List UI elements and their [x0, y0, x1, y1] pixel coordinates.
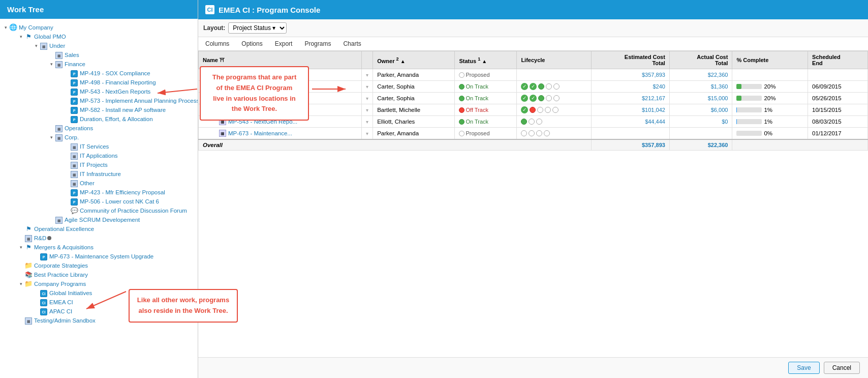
- col-act-cost: Actual CostTotal: [669, 51, 732, 69]
- tree-row-mp673[interactable]: ▾ P MP-673 - Maintenance System Upgrade: [18, 252, 153, 261]
- tree-row-my-company[interactable]: ▾ 🌐 My Company: [2, 23, 53, 32]
- row-dropdown-arrow[interactable]: ▾: [366, 119, 368, 125]
- tree-icon-best-practice: 📚: [24, 271, 33, 279]
- tree-row-other[interactable]: ▾ ▦ Other: [35, 179, 95, 188]
- tree-row-it-projects[interactable]: ▾ ▦ IT Projects: [35, 160, 108, 169]
- tree-children-mergers: ▾ P MP-673 - Maintenance System Upgrade: [10, 252, 153, 261]
- tree-row-mp423[interactable]: ▾ P MP-423 - Mfr Efficiency Proposal: [35, 188, 165, 197]
- row-name-link[interactable]: MP-419 - SOX Compliar...: [228, 83, 296, 90]
- act-cost-cell: $0: [669, 116, 732, 128]
- row-name-link[interactable]: MP-673 - Maintenance...: [228, 130, 292, 136]
- pct-cell: 1%: [732, 104, 808, 116]
- lifecycle-dots: ✓: [521, 106, 587, 113]
- tree-children-my-company: ▾ ⚑ Global PMO ▾ ▦ Under ▾ ▦ Sales ▾ ▦ F…: [2, 32, 198, 325]
- row-dropdown-arrow[interactable]: ▾: [366, 72, 368, 78]
- tree-icon-mp506: P: [70, 197, 78, 206]
- tree-row-under[interactable]: ▾ ▦ Under: [18, 41, 65, 50]
- row-name-link[interactable]: MP-543 - NextGen Repo...: [228, 119, 297, 125]
- work-tree-content[interactable]: ▾ 🌐 My Company ▾ ⚑ Global PMO ▾ ▦ Under …: [0, 19, 198, 378]
- row-dropdown-arrow[interactable]: ▾: [366, 131, 368, 136]
- table-container: Name ⛩ Owner 2 ▲ Status 1 ▲ Lifecycle Es…: [198, 51, 868, 357]
- pct-value: 0%: [764, 130, 772, 136]
- tree-label-finance: Finance: [65, 61, 85, 67]
- dropdown-cell: ▾: [362, 104, 373, 116]
- tree-children-global-pmo: ▾ ▦ Under ▾ ▦ Sales ▾ ▦ Finance ▾ P MP-4…: [10, 41, 198, 224]
- name-cell: ▦ MP-419 - SOX Compliar...: [199, 81, 362, 93]
- tree-row-testing[interactable]: ▾ ▦ Testing/Admin Sandbox: [10, 316, 96, 325]
- tree-icon-global-pmo: ⚑: [24, 33, 33, 41]
- tree-row-duration[interactable]: ▾ P Duration, Effort, & Allocation: [35, 114, 153, 124]
- tree-row-operations[interactable]: ▾ ▦ Operations: [26, 124, 93, 133]
- table-row: ▦ MP-423 - Mfr Efficiency... ▾ Carter, S…: [199, 93, 868, 104]
- tree-row-sales[interactable]: ▾ ▦ Sales: [26, 50, 79, 60]
- tree-row-mp506[interactable]: ▾ P MP-506 - Lower cost NK Cat 6: [35, 197, 159, 206]
- lc-dot-empty: [545, 107, 551, 113]
- status-text: Off Track: [466, 107, 488, 113]
- tree-row-community[interactable]: ▾ 💬 Community of Practice Discussion For…: [35, 206, 187, 215]
- tree-row-agile[interactable]: ▾ ▦ Agile SCRUM Developement: [26, 215, 140, 224]
- lifecycle-cell: [517, 128, 592, 140]
- tree-label-testing: Testing/Admin Sandbox: [34, 317, 96, 324]
- overall-label: Overall: [199, 139, 592, 151]
- ci-icon: CI: [205, 5, 214, 14]
- tree-node: ▾ 🌐 My Company ▾ ⚑ Global PMO ▾ ▦ Under …: [2, 23, 196, 325]
- tree-node: ▾ ▦ IT Services: [35, 142, 187, 151]
- tree-node: ▾ ⚑ Global PMO ▾ ▦ Under ▾ ▦ Sales ▾ ▦ F…: [10, 32, 198, 224]
- pct-bar-fill: [736, 96, 741, 101]
- tree-row-emea-ci[interactable]: ▾ CI EMEA CI: [18, 298, 73, 307]
- tree-row-best-practice[interactable]: ▾ 📚 Best Practice Library: [10, 270, 88, 279]
- tree-row-finance[interactable]: ▾ ▦ Finance: [26, 60, 85, 69]
- tree-row-it-apps[interactable]: ▾ ▦ IT Applications: [35, 151, 118, 160]
- est-cost-cell: $240: [592, 81, 669, 93]
- tree-row-mp582[interactable]: ▾ P MP-582 - Install new AP software: [35, 105, 166, 114]
- tree-row-global-pmo[interactable]: ▾ ⚑ Global PMO: [10, 32, 66, 41]
- tree-row-mp498[interactable]: ▾ P MP-498 - Financial Reporting: [35, 78, 156, 87]
- tree-row-apac-ci[interactable]: ▾ CI APAC CI: [18, 307, 72, 316]
- work-tree-title: Work Tree: [7, 5, 44, 14]
- grid-icon-sm: ▦: [219, 95, 226, 102]
- tree-icon-other: ▦: [70, 179, 78, 187]
- tree-row-mp419[interactable]: ▾ P MP-419 - SOX Compliance: [35, 69, 150, 78]
- expand-btn[interactable]: ▾: [209, 72, 214, 77]
- program-icon-sm: CI: [217, 71, 224, 78]
- menu-programs[interactable]: Programs: [302, 39, 333, 48]
- tree-row-global-init[interactable]: ▾ CI Global Initiatives: [18, 288, 92, 298]
- name-cell: ▦ MP-543 - NextGen Repo...: [199, 116, 362, 128]
- tree-icon-mp573: P: [70, 97, 78, 105]
- lifecycle-dots: [521, 130, 587, 136]
- save-button[interactable]: Save: [788, 362, 819, 374]
- row-dropdown-arrow[interactable]: ▾: [366, 84, 368, 90]
- tree-node: ▾ 📚 Best Practice Library: [10, 270, 198, 279]
- tree-node: ▾ ▦ Operations: [26, 124, 198, 133]
- tree-row-op-excellence[interactable]: ▾ ⚑ Operational Excellence: [10, 224, 94, 234]
- layout-select[interactable]: Project Status ▾: [228, 22, 287, 34]
- menu-options[interactable]: Options: [239, 39, 264, 48]
- tree-icon-mp543: P: [70, 88, 78, 96]
- lc-check: ✓: [530, 83, 537, 90]
- tree-row-it-services[interactable]: ▾ ▦ IT Services: [35, 142, 109, 151]
- row-dropdown-arrow[interactable]: ▾: [366, 107, 368, 113]
- act-cost-cell: $22,360: [669, 69, 732, 81]
- row-dropdown-arrow[interactable]: ▾: [366, 96, 368, 101]
- tree-row-mp573[interactable]: ▾ P MP-573 - Implement Annual Planning P…: [35, 96, 198, 105]
- menu-columns[interactable]: Columns: [203, 39, 231, 48]
- tree-row-corp-strategies[interactable]: ▾ 📁 Corporate Strategies: [10, 261, 88, 270]
- menu-charts[interactable]: Charts: [341, 39, 363, 48]
- toolbar-row: Layout: Project Status ▾: [198, 19, 868, 37]
- tree-row-mp543[interactable]: ▾ P MP-543 - NextGen Reports: [35, 87, 150, 96]
- row-name-link[interactable]: EMEA CI: [226, 72, 250, 78]
- menu-export[interactable]: Export: [273, 39, 295, 48]
- tree-node: ▾ ▦ IT Projects: [35, 160, 187, 169]
- row-name-link[interactable]: MP-506 - Lower cost NK...: [228, 107, 297, 113]
- tree-row-it-infra[interactable]: ▾ ▦ IT Infrastructure: [35, 169, 121, 179]
- tree-row-rnd[interactable]: ▾ ▦ R&D: [10, 234, 51, 243]
- tree-row-mergers[interactable]: ▾ ⚑ Mergers & Acquisitions: [10, 243, 94, 252]
- tree-icon-mp582: P: [70, 106, 78, 114]
- pct-bar-cell: 0%: [736, 130, 803, 136]
- lifecycle-dots: ✓✓: [521, 83, 587, 90]
- tree-row-corp[interactable]: ▾ ▦ Corp.: [26, 133, 79, 142]
- cancel-button[interactable]: Cancel: [824, 362, 860, 374]
- row-name-link[interactable]: MP-423 - Mfr Efficiency...: [228, 95, 293, 101]
- tree-icon-mergers: ⚑: [24, 243, 33, 251]
- tree-row-company-programs[interactable]: ▾ 📁 Company Programs: [10, 279, 86, 288]
